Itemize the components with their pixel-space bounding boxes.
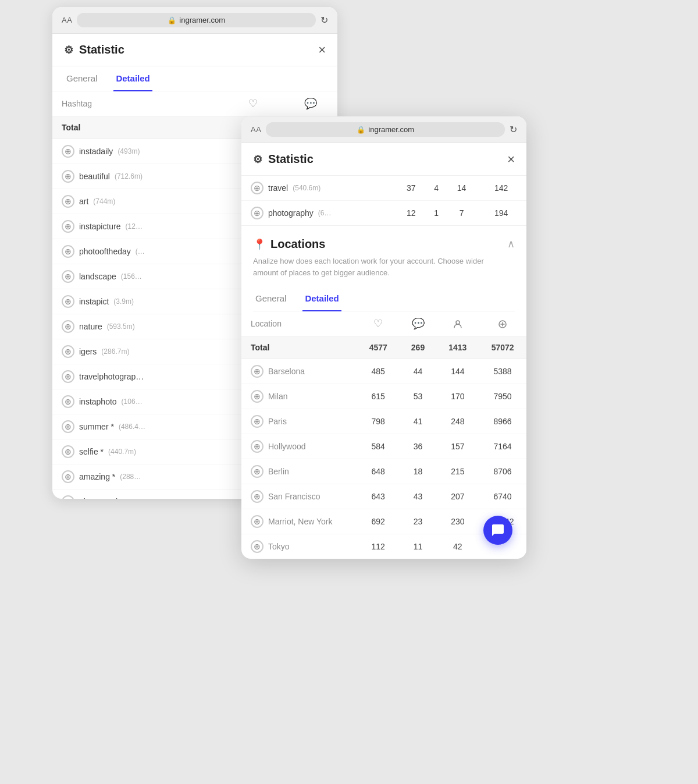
total-row-locations: Total 4577 269 1413 57072 [241,336,526,359]
refresh-icon-front[interactable]: ↻ [510,124,517,135]
col-comments-loc: 💬 [400,311,437,336]
table-row: ⊕Paris 798412488966 [241,409,526,434]
collapse-button[interactable]: ∧ [507,237,515,250]
locations-desc: Analize how does each location work for … [253,256,507,278]
table-row: ⊕ photography (6… 12 1 7 194 [241,201,526,226]
col-hashtag: Hashtag [52,91,223,116]
aa-label-back: AA [62,16,72,24]
close-button-front[interactable]: × [507,153,515,166]
add-btn[interactable]: ⊕ [251,490,263,503]
chat-fab-button[interactable] [483,516,512,545]
tab-general-locations[interactable]: General [253,286,289,311]
window-front: AA 🔒 ingramer.com ↻ ⚙ Statistic × ⊕ trav… [241,116,526,559]
add-btn[interactable]: ⊕ [251,515,263,528]
tab-general-back[interactable]: General [64,66,99,91]
add-btn[interactable]: ⊕ [251,365,263,378]
col-comments: 💬 [284,91,337,116]
tabs-locations: General Detailed [253,286,515,311]
total-label-loc: Total [241,336,357,359]
url-text-back: ingramer.com [179,16,225,24]
table-row: ⊕Tokyo 1121142 [241,534,526,559]
top-partial-rows: ⊕ travel (540.6m) 37 4 14 142 ⊕ photog [241,176,526,226]
col-location: Location [241,311,357,336]
add-btn[interactable]: ⊕ [62,145,74,158]
add-btn[interactable]: ⊕ [251,207,263,219]
url-pill-front[interactable]: 🔒 ingramer.com [266,122,505,137]
locations-title: 📍 Locations [253,237,507,251]
locations-section: 📍 Locations Analize how does each locati… [241,226,526,311]
aa-label-front: AA [251,125,261,134]
add-btn[interactable]: ⊕ [62,370,74,383]
table-row: ⊕San Francisco 643432076740 [241,484,526,509]
col-likes-loc: ♡ [357,311,400,336]
add-btn[interactable]: ⊕ [251,465,263,478]
add-btn[interactable]: ⊕ [62,395,74,408]
add-btn[interactable]: ⊕ [251,440,263,453]
add-btn[interactable]: ⊕ [251,182,263,194]
add-btn[interactable]: ⊕ [62,220,74,233]
table-row: ⊕ travel (540.6m) 37 4 14 142 [241,176,526,201]
add-btn[interactable]: ⊕ [62,495,74,499]
add-btn[interactable]: ⊕ [251,415,263,428]
lock-icon-front: 🔒 [357,126,365,134]
modal-title-front: ⚙ Statistic [253,152,314,166]
close-button-back[interactable]: × [318,44,326,56]
locations-header: 📍 Locations Analize how does each locati… [253,237,515,286]
add-btn[interactable]: ⊕ [251,390,263,403]
add-btn[interactable]: ⊕ [62,195,74,208]
total-label-back: Total [52,116,223,139]
add-btn[interactable]: ⊕ [62,470,74,483]
tab-detailed-locations[interactable]: Detailed [302,286,341,311]
address-bar-back: AA 🔒 ingramer.com ↻ [52,7,337,34]
col-impressions-loc [479,311,526,336]
tabs-back: General Detailed [52,66,337,91]
svg-point-0 [456,321,460,324]
table-row: ⊕Berlin 648182158706 [241,459,526,484]
locations-title-text: Locations [270,237,325,251]
filter-icon-back: ⚙ [64,44,73,56]
table-row: ⊕Milan 615531707950 [241,384,526,409]
add-btn[interactable]: ⊕ [62,445,74,458]
add-btn[interactable]: ⊕ [62,345,74,358]
modal-title-text-back: Statistic [79,43,124,56]
add-btn[interactable]: ⊕ [62,170,74,183]
table-row: ⊕Hollywood 584361577164 [241,434,526,459]
address-bar-front: AA 🔒 ingramer.com ↻ [241,116,526,143]
refresh-icon-back[interactable]: ↻ [320,15,328,26]
col-likes: ♡ [223,91,284,116]
add-btn[interactable]: ⊕ [251,540,263,553]
add-btn[interactable]: ⊕ [62,420,74,433]
url-pill-back[interactable]: 🔒 ingramer.com [77,13,316,27]
add-btn[interactable]: ⊕ [62,295,74,308]
lock-icon-back: 🔒 [168,16,176,24]
modal-title-text-front: Statistic [268,152,314,166]
tab-detailed-back[interactable]: Detailed [113,66,152,91]
col-reach-loc [436,311,479,336]
locations-table: Location ♡ 💬 [241,311,526,559]
pin-icon: 📍 [253,238,266,251]
filter-icon-front: ⚙ [253,153,262,166]
modal-title-back: ⚙ Statistic [64,43,124,56]
modal-header-front: ⚙ Statistic × [241,143,526,176]
add-btn[interactable]: ⊕ [62,270,74,283]
table-row: ⊕Barselona 485441445388 [241,359,526,384]
add-btn[interactable]: ⊕ [62,320,74,333]
url-text-front: ingramer.com [368,125,414,134]
add-btn[interactable]: ⊕ [62,245,74,258]
modal-header-back: ⚙ Statistic × [52,34,337,66]
